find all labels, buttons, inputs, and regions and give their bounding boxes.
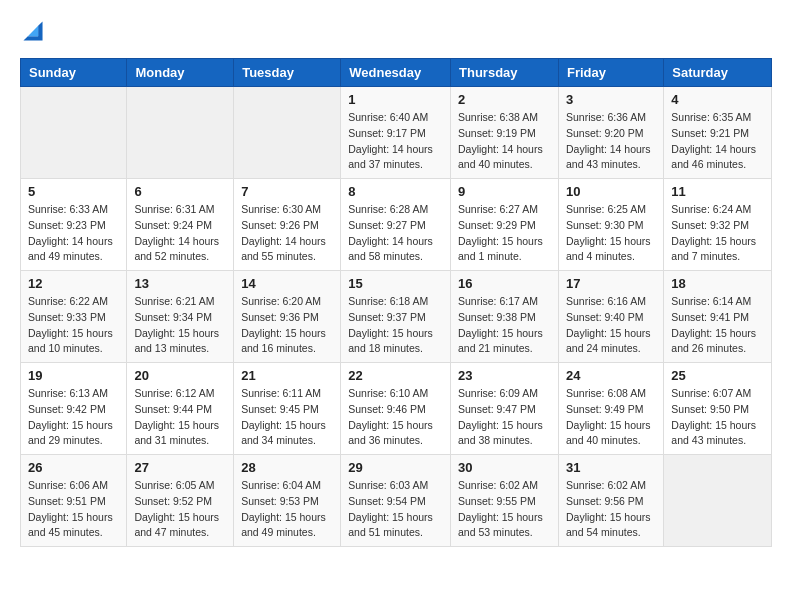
calendar-cell: 7Sunrise: 6:30 AMSunset: 9:26 PMDaylight… xyxy=(234,179,341,271)
weekday-header: Sunday xyxy=(21,59,127,87)
day-number: 14 xyxy=(241,276,333,291)
day-number: 13 xyxy=(134,276,226,291)
day-number: 19 xyxy=(28,368,119,383)
day-number: 17 xyxy=(566,276,656,291)
calendar-cell: 22Sunrise: 6:10 AMSunset: 9:46 PMDayligh… xyxy=(341,363,451,455)
day-info: Sunrise: 6:31 AMSunset: 9:24 PMDaylight:… xyxy=(134,202,226,265)
day-info: Sunrise: 6:02 AMSunset: 9:56 PMDaylight:… xyxy=(566,478,656,541)
day-info: Sunrise: 6:18 AMSunset: 9:37 PMDaylight:… xyxy=(348,294,443,357)
weekday-header: Tuesday xyxy=(234,59,341,87)
calendar-cell: 21Sunrise: 6:11 AMSunset: 9:45 PMDayligh… xyxy=(234,363,341,455)
day-info: Sunrise: 6:09 AMSunset: 9:47 PMDaylight:… xyxy=(458,386,551,449)
calendar-cell: 15Sunrise: 6:18 AMSunset: 9:37 PMDayligh… xyxy=(341,271,451,363)
calendar-cell: 19Sunrise: 6:13 AMSunset: 9:42 PMDayligh… xyxy=(21,363,127,455)
logo-icon xyxy=(22,20,44,42)
calendar-cell: 14Sunrise: 6:20 AMSunset: 9:36 PMDayligh… xyxy=(234,271,341,363)
calendar-cell xyxy=(21,87,127,179)
day-number: 15 xyxy=(348,276,443,291)
day-number: 5 xyxy=(28,184,119,199)
calendar-cell: 31Sunrise: 6:02 AMSunset: 9:56 PMDayligh… xyxy=(558,455,663,547)
calendar-cell: 20Sunrise: 6:12 AMSunset: 9:44 PMDayligh… xyxy=(127,363,234,455)
calendar-cell: 3Sunrise: 6:36 AMSunset: 9:20 PMDaylight… xyxy=(558,87,663,179)
calendar-cell: 13Sunrise: 6:21 AMSunset: 9:34 PMDayligh… xyxy=(127,271,234,363)
calendar-header-row: SundayMondayTuesdayWednesdayThursdayFrid… xyxy=(21,59,772,87)
weekday-header: Thursday xyxy=(451,59,559,87)
calendar-cell: 4Sunrise: 6:35 AMSunset: 9:21 PMDaylight… xyxy=(664,87,772,179)
day-info: Sunrise: 6:35 AMSunset: 9:21 PMDaylight:… xyxy=(671,110,764,173)
calendar-week-row: 26Sunrise: 6:06 AMSunset: 9:51 PMDayligh… xyxy=(21,455,772,547)
day-info: Sunrise: 6:07 AMSunset: 9:50 PMDaylight:… xyxy=(671,386,764,449)
calendar-cell: 12Sunrise: 6:22 AMSunset: 9:33 PMDayligh… xyxy=(21,271,127,363)
day-number: 29 xyxy=(348,460,443,475)
day-info: Sunrise: 6:13 AMSunset: 9:42 PMDaylight:… xyxy=(28,386,119,449)
day-number: 3 xyxy=(566,92,656,107)
day-number: 1 xyxy=(348,92,443,107)
day-info: Sunrise: 6:11 AMSunset: 9:45 PMDaylight:… xyxy=(241,386,333,449)
calendar-cell: 5Sunrise: 6:33 AMSunset: 9:23 PMDaylight… xyxy=(21,179,127,271)
day-number: 18 xyxy=(671,276,764,291)
day-info: Sunrise: 6:22 AMSunset: 9:33 PMDaylight:… xyxy=(28,294,119,357)
calendar-cell xyxy=(234,87,341,179)
day-number: 21 xyxy=(241,368,333,383)
day-info: Sunrise: 6:36 AMSunset: 9:20 PMDaylight:… xyxy=(566,110,656,173)
day-number: 8 xyxy=(348,184,443,199)
calendar-cell: 1Sunrise: 6:40 AMSunset: 9:17 PMDaylight… xyxy=(341,87,451,179)
day-number: 6 xyxy=(134,184,226,199)
page: SundayMondayTuesdayWednesdayThursdayFrid… xyxy=(0,0,792,567)
day-info: Sunrise: 6:40 AMSunset: 9:17 PMDaylight:… xyxy=(348,110,443,173)
calendar-cell: 30Sunrise: 6:02 AMSunset: 9:55 PMDayligh… xyxy=(451,455,559,547)
calendar-cell: 17Sunrise: 6:16 AMSunset: 9:40 PMDayligh… xyxy=(558,271,663,363)
calendar-cell: 9Sunrise: 6:27 AMSunset: 9:29 PMDaylight… xyxy=(451,179,559,271)
day-info: Sunrise: 6:06 AMSunset: 9:51 PMDaylight:… xyxy=(28,478,119,541)
day-number: 27 xyxy=(134,460,226,475)
day-info: Sunrise: 6:12 AMSunset: 9:44 PMDaylight:… xyxy=(134,386,226,449)
day-number: 31 xyxy=(566,460,656,475)
day-number: 16 xyxy=(458,276,551,291)
day-info: Sunrise: 6:16 AMSunset: 9:40 PMDaylight:… xyxy=(566,294,656,357)
day-number: 9 xyxy=(458,184,551,199)
day-info: Sunrise: 6:21 AMSunset: 9:34 PMDaylight:… xyxy=(134,294,226,357)
calendar-cell: 6Sunrise: 6:31 AMSunset: 9:24 PMDaylight… xyxy=(127,179,234,271)
calendar-cell: 2Sunrise: 6:38 AMSunset: 9:19 PMDaylight… xyxy=(451,87,559,179)
day-info: Sunrise: 6:28 AMSunset: 9:27 PMDaylight:… xyxy=(348,202,443,265)
day-info: Sunrise: 6:30 AMSunset: 9:26 PMDaylight:… xyxy=(241,202,333,265)
day-info: Sunrise: 6:17 AMSunset: 9:38 PMDaylight:… xyxy=(458,294,551,357)
calendar-cell: 28Sunrise: 6:04 AMSunset: 9:53 PMDayligh… xyxy=(234,455,341,547)
calendar-cell: 26Sunrise: 6:06 AMSunset: 9:51 PMDayligh… xyxy=(21,455,127,547)
svg-marker-1 xyxy=(28,26,38,36)
weekday-header: Saturday xyxy=(664,59,772,87)
day-number: 30 xyxy=(458,460,551,475)
calendar-cell: 27Sunrise: 6:05 AMSunset: 9:52 PMDayligh… xyxy=(127,455,234,547)
calendar-week-row: 19Sunrise: 6:13 AMSunset: 9:42 PMDayligh… xyxy=(21,363,772,455)
day-number: 23 xyxy=(458,368,551,383)
day-info: Sunrise: 6:20 AMSunset: 9:36 PMDaylight:… xyxy=(241,294,333,357)
header xyxy=(20,20,772,42)
day-number: 25 xyxy=(671,368,764,383)
day-number: 26 xyxy=(28,460,119,475)
day-number: 7 xyxy=(241,184,333,199)
day-info: Sunrise: 6:24 AMSunset: 9:32 PMDaylight:… xyxy=(671,202,764,265)
day-info: Sunrise: 6:04 AMSunset: 9:53 PMDaylight:… xyxy=(241,478,333,541)
calendar-cell xyxy=(127,87,234,179)
day-info: Sunrise: 6:10 AMSunset: 9:46 PMDaylight:… xyxy=(348,386,443,449)
day-number: 11 xyxy=(671,184,764,199)
calendar-cell: 16Sunrise: 6:17 AMSunset: 9:38 PMDayligh… xyxy=(451,271,559,363)
calendar-cell: 11Sunrise: 6:24 AMSunset: 9:32 PMDayligh… xyxy=(664,179,772,271)
day-info: Sunrise: 6:27 AMSunset: 9:29 PMDaylight:… xyxy=(458,202,551,265)
day-number: 22 xyxy=(348,368,443,383)
calendar-cell: 18Sunrise: 6:14 AMSunset: 9:41 PMDayligh… xyxy=(664,271,772,363)
calendar-cell: 29Sunrise: 6:03 AMSunset: 9:54 PMDayligh… xyxy=(341,455,451,547)
calendar-week-row: 1Sunrise: 6:40 AMSunset: 9:17 PMDaylight… xyxy=(21,87,772,179)
day-number: 24 xyxy=(566,368,656,383)
weekday-header: Friday xyxy=(558,59,663,87)
calendar-cell: 10Sunrise: 6:25 AMSunset: 9:30 PMDayligh… xyxy=(558,179,663,271)
calendar-cell: 24Sunrise: 6:08 AMSunset: 9:49 PMDayligh… xyxy=(558,363,663,455)
calendar-cell: 25Sunrise: 6:07 AMSunset: 9:50 PMDayligh… xyxy=(664,363,772,455)
day-number: 2 xyxy=(458,92,551,107)
day-number: 12 xyxy=(28,276,119,291)
day-number: 20 xyxy=(134,368,226,383)
calendar-cell xyxy=(664,455,772,547)
day-info: Sunrise: 6:38 AMSunset: 9:19 PMDaylight:… xyxy=(458,110,551,173)
day-info: Sunrise: 6:08 AMSunset: 9:49 PMDaylight:… xyxy=(566,386,656,449)
day-number: 10 xyxy=(566,184,656,199)
